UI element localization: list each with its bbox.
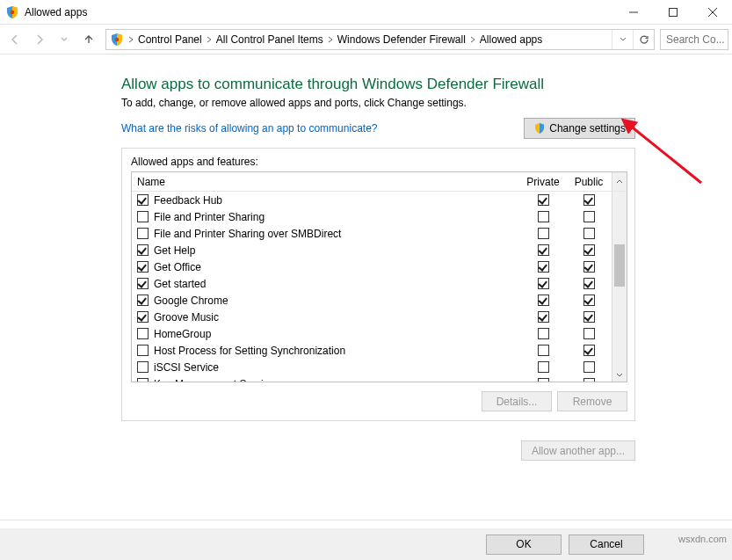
private-checkbox[interactable]	[538, 194, 549, 206]
breadcrumb[interactable]: Allowed apps	[480, 33, 542, 46]
breadcrumb[interactable]: All Control Panel Items	[216, 33, 323, 46]
scroll-down-button[interactable]	[612, 367, 627, 382]
enable-checkbox[interactable]	[137, 295, 149, 306]
public-checkbox[interactable]	[583, 261, 595, 273]
app-name-label: iSCSI Service	[154, 361, 520, 374]
scrollbar-thumb[interactable]	[614, 244, 625, 287]
list-item[interactable]: File and Printer Sharing	[132, 208, 612, 225]
private-checkbox[interactable]	[538, 328, 549, 339]
enable-checkbox[interactable]	[137, 378, 149, 382]
app-name-label: File and Printer Sharing	[154, 211, 520, 223]
refresh-button[interactable]	[633, 30, 654, 49]
list-item[interactable]: Get Office	[132, 258, 612, 275]
chevron-right-icon[interactable]	[127, 36, 134, 43]
public-checkbox[interactable]	[583, 244, 595, 256]
public-checkbox[interactable]	[583, 211, 595, 222]
public-checkbox[interactable]	[583, 194, 595, 206]
chevron-right-icon[interactable]	[327, 36, 334, 43]
vertical-scrollbar[interactable]	[612, 192, 627, 382]
private-checkbox[interactable]	[538, 211, 549, 222]
public-checkbox[interactable]	[583, 361, 595, 373]
search-input[interactable]	[660, 29, 728, 50]
list-item[interactable]: File and Printer Sharing over SMBDirect	[132, 225, 612, 242]
list-item[interactable]: iSCSI Service	[132, 359, 612, 375]
details-button[interactable]: Details...	[482, 391, 552, 411]
private-checkbox[interactable]	[538, 345, 549, 356]
list-item[interactable]: Google Chrome	[132, 292, 612, 309]
change-settings-button[interactable]: Change settings	[524, 118, 635, 139]
forward-button[interactable]	[28, 28, 51, 51]
public-checkbox[interactable]	[583, 278, 595, 289]
public-checkbox[interactable]	[583, 295, 595, 306]
list-item[interactable]: Feedback Hub	[132, 192, 612, 208]
chevron-right-icon[interactable]	[206, 36, 213, 43]
search-field[interactable]	[664, 33, 728, 47]
close-button[interactable]	[692, 0, 732, 25]
private-checkbox[interactable]	[538, 378, 549, 382]
maximize-button[interactable]	[653, 0, 692, 25]
public-checkbox[interactable]	[583, 228, 595, 239]
column-private[interactable]: Private	[520, 176, 566, 188]
private-checkbox[interactable]	[538, 295, 549, 306]
address-bar[interactable]: Control Panel All Control Panel Items Wi…	[105, 29, 655, 50]
navigation-bar: Control Panel All Control Panel Items Wi…	[0, 25, 732, 55]
watermark: wsxdn.com	[678, 534, 727, 544]
cancel-button[interactable]: Cancel	[569, 535, 644, 555]
back-button[interactable]	[4, 28, 26, 51]
app-name-label: Key Management Service	[154, 378, 520, 382]
enable-checkbox[interactable]	[137, 244, 149, 256]
scroll-up-button[interactable]	[612, 172, 627, 191]
app-name-label: Google Chrome	[154, 295, 520, 307]
breadcrumb[interactable]: Control Panel	[138, 33, 202, 46]
list-item[interactable]: Get Help	[132, 242, 612, 258]
minimize-button[interactable]	[613, 0, 653, 25]
enable-checkbox[interactable]	[137, 194, 149, 206]
private-checkbox[interactable]	[538, 278, 549, 289]
list-item[interactable]: Host Process for Setting Synchronization	[132, 342, 612, 359]
column-name[interactable]: Name	[132, 176, 520, 188]
list-item[interactable]: Groove Music	[132, 309, 612, 325]
groupbox-label: Allowed apps and features:	[131, 156, 627, 168]
app-name-label: HomeGroup	[154, 328, 520, 340]
private-checkbox[interactable]	[538, 361, 549, 373]
enable-checkbox[interactable]	[137, 311, 149, 323]
public-checkbox[interactable]	[583, 378, 595, 382]
public-checkbox[interactable]	[583, 345, 595, 356]
window-title: Allowed apps	[25, 6, 87, 18]
enable-checkbox[interactable]	[137, 278, 149, 289]
chevron-right-icon[interactable]	[469, 36, 476, 43]
change-settings-label: Change settings	[549, 122, 626, 135]
enable-checkbox[interactable]	[137, 345, 149, 356]
private-checkbox[interactable]	[538, 261, 549, 273]
public-checkbox[interactable]	[583, 311, 595, 323]
private-checkbox[interactable]	[538, 311, 549, 323]
enable-checkbox[interactable]	[137, 361, 149, 373]
enable-checkbox[interactable]	[137, 261, 149, 273]
enable-checkbox[interactable]	[137, 211, 149, 222]
app-name-label: Get Help	[154, 244, 520, 257]
risk-link[interactable]: What are the risks of allowing an app to…	[121, 122, 377, 135]
page-title: Allow apps to communicate through Window…	[121, 76, 635, 93]
breadcrumb[interactable]: Windows Defender Firewall	[337, 33, 466, 46]
enable-checkbox[interactable]	[137, 228, 149, 239]
public-checkbox[interactable]	[583, 328, 595, 339]
app-name-label: Get started	[154, 278, 520, 290]
svg-point-0	[11, 10, 14, 13]
history-dropdown-icon[interactable]	[612, 30, 633, 49]
ok-button[interactable]: OK	[486, 535, 562, 555]
allow-another-app-button[interactable]: Allow another app...	[521, 440, 635, 461]
list-item[interactable]: Key Management Service	[132, 375, 612, 382]
up-button[interactable]	[77, 28, 100, 51]
remove-button[interactable]: Remove	[557, 391, 627, 411]
enable-checkbox[interactable]	[137, 328, 149, 339]
svg-rect-1	[669, 8, 677, 16]
apps-list: Name Private Public Feedback HubFile and…	[131, 171, 627, 382]
recent-dropdown-icon[interactable]	[53, 28, 76, 51]
titlebar: Allowed apps	[0, 0, 732, 25]
list-item[interactable]: Get started	[132, 275, 612, 292]
column-public[interactable]: Public	[566, 176, 612, 188]
uac-shield-icon	[533, 122, 546, 135]
list-item[interactable]: HomeGroup	[132, 325, 612, 342]
private-checkbox[interactable]	[538, 228, 549, 239]
private-checkbox[interactable]	[538, 244, 549, 256]
